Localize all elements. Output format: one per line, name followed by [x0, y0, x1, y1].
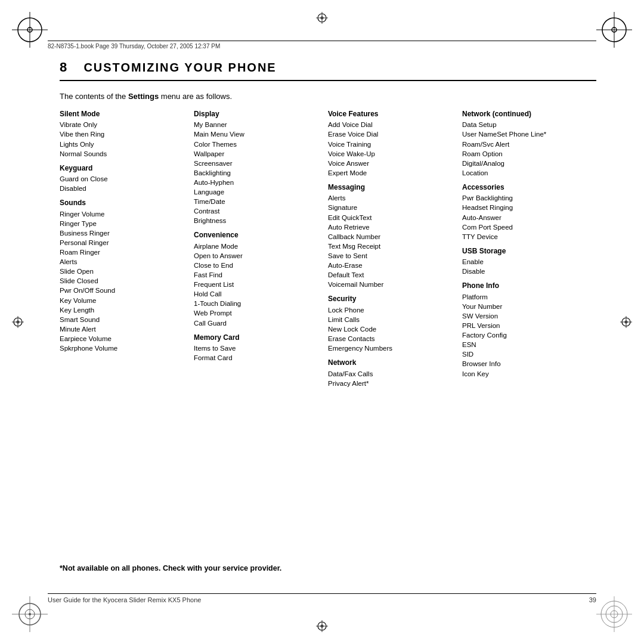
list-item: Auto-Answer	[462, 213, 590, 222]
list-item: Your Number	[462, 302, 590, 311]
list-item: Auto-Hyphen	[194, 178, 322, 187]
list-item: Frequent List	[194, 280, 322, 289]
list-item: Erase Contacts	[328, 334, 456, 343]
list-item: Time/Date	[194, 197, 322, 206]
list-item: Auto-Erase	[328, 261, 456, 270]
list-item: Slide Closed	[60, 276, 188, 286]
list-item: Location	[462, 168, 590, 178]
section-header-3-2: Messaging	[328, 182, 456, 193]
list-item: Earpiece Volume	[60, 334, 188, 343]
list-item: Platform	[462, 292, 590, 302]
content-area: 8 Customizing Your Phone The contents of…	[60, 60, 596, 584]
settings-columns: Silent ModeVibrate OnlyVibe then RingLig…	[60, 109, 596, 388]
list-item: Brightness	[194, 216, 322, 225]
list-item: Save to Sent	[328, 251, 456, 261]
list-item: Slide Open	[60, 267, 188, 276]
mid-mark-top	[316, 12, 328, 24]
column-1: Silent ModeVibrate OnlyVibe then RingLig…	[60, 109, 194, 353]
list-item: Main Menu View	[194, 129, 322, 139]
list-item: Color Themes	[194, 140, 322, 149]
list-item: Call Guard	[194, 318, 322, 328]
column-3: Voice FeaturesAdd Voice DialErase Voice …	[328, 109, 462, 388]
list-item: Personal Ringer	[60, 238, 188, 247]
list-item: Items to Save	[194, 343, 322, 353]
list-item: ESN	[462, 340, 590, 349]
footnote: *Not available on all phones. Check with…	[60, 564, 596, 572]
list-item: PRL Version	[462, 321, 590, 330]
list-item: Callback Number	[328, 232, 456, 242]
list-item: Smart Sound	[60, 315, 188, 324]
intro-text-after: menu are as follows.	[159, 92, 232, 101]
list-item: My Banner	[194, 120, 322, 129]
chapter-title: Customizing Your Phone	[83, 61, 276, 74]
list-item: Limit Calls	[328, 315, 456, 324]
list-item: Voice Training	[328, 140, 456, 149]
list-item: Vibrate Only	[60, 120, 188, 129]
list-item: Icon Key	[462, 369, 590, 379]
list-item: Roam Option	[462, 149, 590, 159]
mid-mark-bottom	[316, 620, 328, 632]
section-header-1-1: Silent Mode	[60, 109, 188, 119]
corner-mark-tl	[12, 12, 48, 48]
list-item: Vibe then Ring	[60, 129, 188, 139]
section-header-4-4: Phone Info	[462, 281, 590, 291]
list-item: Data/Fax Calls	[328, 369, 456, 379]
list-item: Default Text	[328, 270, 456, 280]
list-item: Roam/Svc Alert	[462, 140, 590, 149]
list-item: Normal Sounds	[60, 149, 188, 159]
list-item: Headset Ringing	[462, 203, 590, 212]
list-item: Expert Mode	[328, 168, 456, 178]
list-item: Business Ringer	[60, 228, 188, 238]
list-item: User NameSet Phone Line*	[462, 129, 590, 139]
list-item: Browser Info	[462, 359, 590, 369]
list-item: Minute Alert	[60, 324, 188, 334]
list-item: Add Voice Dial	[328, 120, 456, 129]
list-item: Ringer Type	[60, 219, 188, 228]
list-item: Format Card	[194, 353, 322, 363]
column-4: Network (continued)Data SetupUser NameSe…	[462, 109, 596, 379]
list-item: Ringer Volume	[60, 209, 188, 219]
section-header-4-2: Accessories	[462, 182, 590, 193]
list-item: Voice Answer	[328, 159, 456, 168]
header-text: 82-N8735-1.book Page 39 Thursday, Octobe…	[48, 43, 220, 49]
list-item: Privacy Alert*	[328, 379, 456, 388]
list-item: Key Length	[60, 305, 188, 315]
list-item: Lights Only	[60, 140, 188, 149]
page: 82-N8735-1.book Page 39 Thursday, Octobe…	[0, 0, 644, 644]
list-item: SID	[462, 349, 590, 359]
intro-paragraph: The contents of the Settings menu are as…	[60, 92, 596, 101]
list-item: Enable	[462, 257, 590, 267]
footnote-text: *Not available on all phones. Check with…	[60, 564, 281, 572]
list-item: Auto Retrieve	[328, 222, 456, 232]
corner-mark-br	[596, 596, 632, 632]
chapter-heading: 8 Customizing Your Phone	[60, 60, 596, 81]
list-item: Key Volume	[60, 296, 188, 305]
mid-mark-left	[12, 316, 24, 328]
list-item: Guard on Close	[60, 174, 188, 184]
list-item: Language	[194, 187, 322, 197]
list-item: Airplane Mode	[194, 242, 322, 251]
list-item: Alerts	[328, 193, 456, 203]
list-item: Spkrphone Volume	[60, 343, 188, 353]
section-header-3-3: Security	[328, 294, 456, 304]
list-item: Edit QuickText	[328, 213, 456, 222]
column-2: DisplayMy BannerMain Menu ViewColor Them…	[194, 109, 328, 363]
list-item: SW Version	[462, 311, 590, 321]
list-item: Web Prompt	[194, 308, 322, 318]
list-item: Factory Config	[462, 330, 590, 340]
section-header-1-2: Keyguard	[60, 163, 188, 174]
section-header-2-2: Convenience	[194, 230, 322, 240]
corner-mark-bl	[12, 596, 48, 632]
list-item: Signature	[328, 203, 456, 212]
list-item: Data Setup	[462, 120, 590, 129]
header-bar: 82-N8735-1.book Page 39 Thursday, Octobe…	[48, 41, 596, 49]
intro-bold: Settings	[128, 92, 159, 101]
footer-left: User Guide for the Kyocera Slider Remix …	[48, 596, 201, 603]
list-item: Emergency Numbers	[328, 343, 456, 353]
list-item: Screensaver	[194, 159, 322, 168]
section-header-1-3: Sounds	[60, 198, 188, 208]
list-item: New Lock Code	[328, 324, 456, 334]
list-item: Backlighting	[194, 168, 322, 178]
list-item: 1-Touch Dialing	[194, 299, 322, 308]
list-item: Text Msg Receipt	[328, 242, 456, 251]
